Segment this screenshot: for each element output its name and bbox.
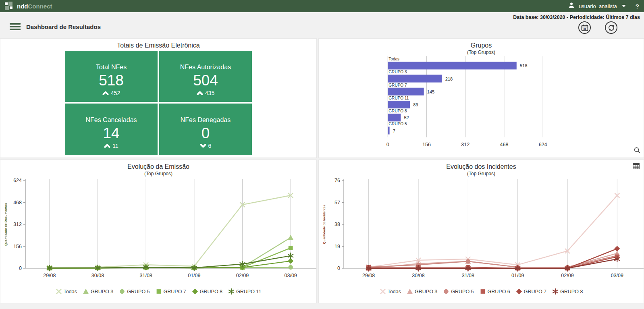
svg-text:156: 156 xyxy=(422,142,431,147)
svg-text:31/08: 31/08 xyxy=(462,273,474,278)
username-label[interactable]: usuario_analista xyxy=(579,3,617,9)
legend-item: GRUPO 7 xyxy=(516,288,546,294)
database-period-info: Data base: 30/03/2020 - Periodicidade: Ú… xyxy=(513,15,640,20)
kpi-label: NFes Denegadas xyxy=(181,116,231,124)
menu-icon[interactable] xyxy=(10,23,21,31)
diamond-marker-icon xyxy=(192,288,198,294)
kpi-trend-value: 11 xyxy=(112,143,118,149)
svg-text:31/08: 31/08 xyxy=(140,273,152,278)
diamond-marker-icon xyxy=(516,288,522,294)
kpi-card-nfes-canceladas[interactable]: NFes Canceladas 14 11 xyxy=(65,104,158,155)
kpi-label: NFes Autorizadas xyxy=(180,64,231,71)
svg-text:52: 52 xyxy=(404,115,409,120)
caret-down-icon[interactable] xyxy=(622,5,626,7)
svg-text:30/08: 30/08 xyxy=(91,273,104,278)
svg-text:57: 57 xyxy=(334,200,340,205)
svg-text:01/09: 01/09 xyxy=(511,273,524,278)
calendar-button[interactable]: 31 xyxy=(578,21,591,34)
svg-text:0: 0 xyxy=(337,265,340,271)
svg-text:518: 518 xyxy=(520,63,527,68)
kpi-card-nfes-autorizadas[interactable]: NFes Autorizadas 504 435 xyxy=(159,51,252,102)
legend-label: GRUPO 3 xyxy=(91,289,113,294)
x-marker-icon xyxy=(56,288,62,294)
svg-text:29/08: 29/08 xyxy=(43,273,56,278)
legend-item: GRUPO 11 xyxy=(228,288,261,294)
svg-text:218: 218 xyxy=(445,77,453,81)
legend-item: GRUPO 7 xyxy=(156,288,186,294)
kpi-card-total-nfes[interactable]: Total NFes 518 452 xyxy=(65,51,158,102)
kpi-card-nfes-denegadas[interactable]: NFes Denegadas 0 6 xyxy=(159,104,252,155)
kpi-value: 518 xyxy=(99,72,124,89)
svg-text:7: 7 xyxy=(393,129,395,133)
chevron-up-icon xyxy=(102,90,109,96)
sub-header: Data base: 30/03/2020 - Periodicidade: Ú… xyxy=(0,12,644,38)
svg-text:624: 624 xyxy=(13,178,22,183)
kpi-label: Total NFes xyxy=(96,64,127,71)
x-marker-icon xyxy=(380,288,386,294)
circle-marker-icon xyxy=(119,288,125,294)
legend-label: GRUPO 11 xyxy=(236,289,261,294)
logo-squares-icon xyxy=(5,2,14,10)
incidentes-title: Evolução dos Incidentes xyxy=(319,163,644,170)
svg-text:76: 76 xyxy=(334,178,340,183)
svg-text:29/08: 29/08 xyxy=(362,273,375,278)
legend-item: GRUPO 3 xyxy=(407,288,437,294)
svg-text:01/09: 01/09 xyxy=(188,273,200,278)
legend-label: GRUPO 7 xyxy=(164,289,186,294)
circle-marker-icon xyxy=(443,288,449,294)
help-icon[interactable]: ? xyxy=(636,3,639,10)
emissao-line-chart: 015631246862429/0830/0831/0801/0902/0903… xyxy=(0,176,316,286)
svg-text:03/09: 03/09 xyxy=(285,273,297,278)
legend-item: GRUPO 8 xyxy=(192,288,222,294)
kpi-value: 14 xyxy=(103,125,119,142)
legend-label: GRUPO 5 xyxy=(127,289,150,294)
grupos-title: Grupos xyxy=(319,42,644,49)
page-title: Dashboard de Resultados xyxy=(26,23,101,30)
svg-text:GRUPO 8: GRUPO 8 xyxy=(388,109,407,113)
incidentes-line-chart: 01938577629/0830/0831/0801/0902/0903/09Q… xyxy=(319,176,644,286)
refresh-button[interactable] xyxy=(605,21,617,34)
legend-item: Todas xyxy=(380,288,401,294)
emissao-legend: TodasGRUPO 3GRUPO 5GRUPO 7GRUPO 8GRUPO 1… xyxy=(0,288,316,294)
zoom-icon[interactable] xyxy=(634,147,640,155)
refresh-icon xyxy=(608,24,615,31)
legend-label: GRUPO 8 xyxy=(560,289,583,294)
totais-panel-title: Totais de Emissão Eletrônica xyxy=(0,42,316,49)
kpi-trend-value: 6 xyxy=(208,143,212,149)
calendar-icon: 31 xyxy=(581,24,588,31)
svg-text:624: 624 xyxy=(539,142,547,147)
legend-item: GRUPO 5 xyxy=(443,288,474,294)
svg-text:0: 0 xyxy=(386,142,389,147)
svg-text:89: 89 xyxy=(413,102,418,107)
svg-text:31: 31 xyxy=(583,28,586,30)
svg-text:GRUPO 7: GRUPO 7 xyxy=(388,83,407,87)
grupos-subtitle: (Top Grupos) xyxy=(319,50,644,55)
svg-text:0: 0 xyxy=(19,265,22,271)
svg-text:468: 468 xyxy=(13,200,22,205)
chevron-up-icon xyxy=(104,143,110,149)
svg-text:19: 19 xyxy=(334,244,340,249)
kpi-cards-grid: Total NFes 518 452 NFes Autorizadas 504 xyxy=(65,51,252,155)
totais-emissao-panel: Totais de Emissão Eletrônica Total NFes … xyxy=(0,38,317,158)
svg-text:GRUPO 11: GRUPO 11 xyxy=(388,96,409,100)
asterisk-marker-icon xyxy=(228,288,235,294)
grupos-bar-chart: 0156312468624Todas518GRUPO 3218GRUPO 714… xyxy=(319,55,644,150)
svg-text:156: 156 xyxy=(13,244,22,249)
legend-item: GRUPO 5 xyxy=(119,288,150,294)
svg-text:30/08: 30/08 xyxy=(412,273,424,278)
kpi-label: NFes Canceladas xyxy=(85,116,137,124)
ndd-connect-logo: nddConnect xyxy=(5,2,52,10)
grupos-panel: Grupos (Top Grupos) 0156312468624Todas51… xyxy=(318,38,644,158)
svg-text:Todas: Todas xyxy=(388,57,399,61)
incidentes-legend: TodasGRUPO 3GRUPO 5GRUPO 6GRUPO 7GRUPO 8 xyxy=(319,288,644,294)
table-icon[interactable] xyxy=(633,163,640,171)
evolucao-incidentes-panel: Evolução dos Incidentes (Top Grupos) 019… xyxy=(318,160,644,303)
square-marker-icon xyxy=(480,288,486,294)
legend-label: Todas xyxy=(64,289,77,294)
top-header-bar: nddConnect usuario_analista ? xyxy=(0,0,644,12)
svg-text:312: 312 xyxy=(13,222,22,227)
asterisk-marker-icon xyxy=(552,288,559,294)
chevron-up-icon xyxy=(197,90,203,96)
svg-text:GRUPO 5: GRUPO 5 xyxy=(388,122,407,126)
legend-label: GRUPO 6 xyxy=(488,289,510,294)
